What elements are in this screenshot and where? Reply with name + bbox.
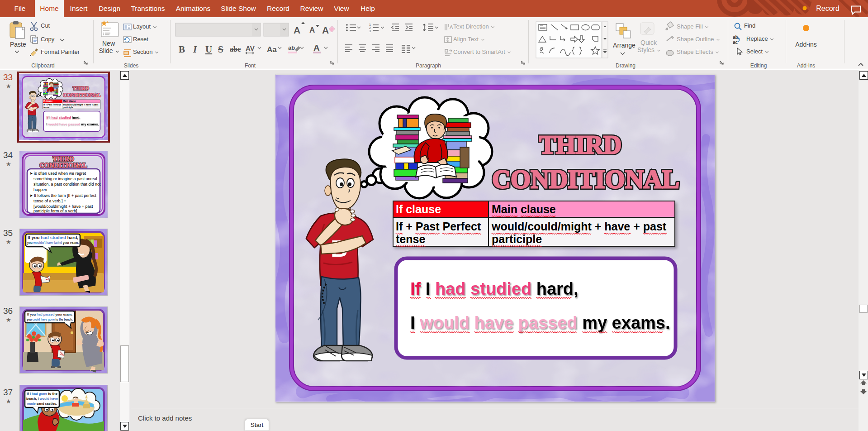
svg-text:made sand castles.: made sand castles.: [27, 402, 57, 406]
svg-text:beach, I would have: beach, I would have: [26, 397, 58, 401]
svg-text:ab: ab: [288, 44, 295, 51]
svg-text:If I had gone to the: If I had gone to the: [27, 392, 57, 396]
svg-text:AV: AV: [246, 44, 255, 52]
svg-text:tense of a verb,] +: tense of a verb,] +: [33, 199, 66, 203]
svg-text:something or imagine a past un: something or imagine a past unreal: [33, 177, 97, 181]
svg-text:➤ It follows the form [If + pa: ➤ It follows the form [If + past perfect: [29, 193, 96, 198]
svg-text:If you had studied hard,: If you had studied hard,: [28, 236, 78, 240]
svg-text:A: A: [294, 25, 300, 35]
svg-text:A: A: [309, 26, 315, 34]
svg-text:I: I: [193, 44, 197, 55]
svg-text:A: A: [450, 24, 453, 30]
svg-text:2: 2: [369, 26, 371, 29]
svg-text:If you had passed your exam,: If you had passed your exam,: [27, 312, 72, 316]
svg-text:S: S: [218, 44, 223, 55]
svg-text:you could have gone to the bea: you could have gone to the beach.: [27, 317, 73, 321]
svg-text:you wouldn't have failed your: you wouldn't have failed your exam.: [27, 241, 79, 245]
svg-text:participle form of a verb]: participle form of a verb]: [33, 209, 77, 213]
svg-text:1: 1: [369, 23, 371, 26]
svg-text:happen: happen: [33, 187, 47, 192]
svg-text:[would/could/might + have + pa: [would/could/might + have + past: [33, 204, 93, 209]
svg-text:3: 3: [369, 29, 371, 33]
svg-text:A: A: [322, 25, 329, 35]
svg-text:CONDITIONAL: CONDITIONAL: [39, 162, 87, 169]
svg-text:Aa: Aa: [267, 45, 277, 54]
svg-text:ac: ac: [733, 40, 738, 45]
svg-text:ab: ab: [733, 35, 738, 40]
svg-text:A: A: [313, 43, 320, 53]
svg-text:B: B: [179, 44, 185, 55]
svg-text:➤ is often used when we regret: ➤ is often used when we regret: [29, 171, 86, 176]
svg-text:abc: abc: [230, 45, 241, 53]
svg-text:situation, a past condition th: situation, a past condition that did not: [33, 182, 101, 187]
svg-text:U: U: [205, 44, 212, 55]
